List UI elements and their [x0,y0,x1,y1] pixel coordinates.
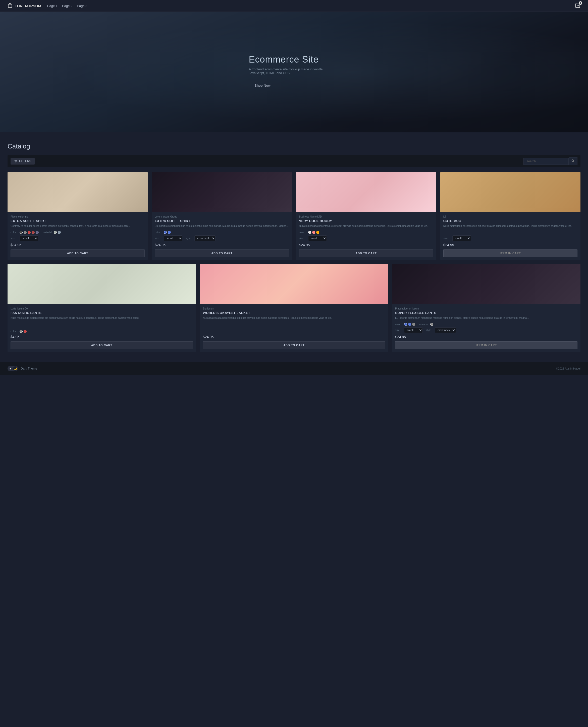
color-dots-p3 [308,231,319,234]
product-desc-p7: Eu lobortis elementum nibh tellus molest… [395,316,578,320]
size-select-p2[interactable]: smallmediumlarge [164,235,182,241]
color-row-p1: color material [10,231,145,234]
product-info-p4: LJ CUTE MUG Nulla malesuada pellentesque… [440,212,581,235]
svg-point-5 [572,160,574,162]
color-dot[interactable] [24,330,27,333]
product-brand-p4: LJ [443,215,578,218]
search-button[interactable] [569,157,578,165]
product-info-p7: Placeholder of Ipsum SUPER FLEXIBLE PANT… [392,304,581,323]
search-input[interactable] [523,158,569,165]
product-options-p6 [200,333,388,335]
nav-link-page1[interactable]: Page 1 [47,4,58,8]
color-dot[interactable] [20,231,23,234]
add-to-cart-p5[interactable]: ADD TO CART [10,341,193,349]
search-wrap [523,157,578,165]
filter-icon [14,160,18,163]
product-desc-p5: Nulla malesuada pellentesque elit eget g… [10,316,193,320]
product-info-p1: Placeholder Inc. EXTRA SOFT T-SHIRT Cont… [7,212,148,231]
color-dot[interactable] [316,231,319,234]
size-select-p3[interactable]: smallmediumlarge [308,235,327,241]
navbar-logo[interactable]: LOREM IPSUM [7,3,41,8]
theme-toggle[interactable]: ☀ 🌙 [7,366,18,371]
product-price-p5: $4.95 [7,335,196,340]
product-price-p7: $24.95 [392,335,581,340]
product-image-p3 [296,172,436,212]
product-brand-p1: Placeholder Inc. [10,215,145,218]
add-to-cart-p3[interactable]: ADD TO CART [299,249,433,257]
add-to-cart-p6[interactable]: ADD TO CART [203,341,385,349]
add-to-cart-p1[interactable]: ADD TO CART [10,249,145,257]
footer-left: ☀ 🌙 Dark Theme [7,366,37,371]
color-dot[interactable] [412,323,415,326]
color-dot[interactable] [308,231,311,234]
product-options-p5: color [7,330,196,335]
color-label-p5: color [10,330,18,333]
color-dot[interactable] [28,231,30,234]
product-img-inner-p7 [392,264,581,304]
style-select-p2[interactable]: crew neckv-neckpolo [194,235,215,241]
size-select-p4[interactable]: smallmediumlarge [453,235,471,241]
style-select-p7[interactable]: crew neckv-neck [435,327,456,333]
size-select-p7[interactable]: smallmediumlarge [404,327,423,333]
product-options-p2: color size smallmediumlarge style crew n… [152,231,292,243]
color-dot[interactable] [164,231,167,234]
nav-link-page2[interactable]: Page 2 [62,4,72,8]
material-dot[interactable] [58,231,61,234]
color-dots-p1 [20,231,39,234]
navbar: LOREM IPSUM Page 1 Page 2 Page 3 1 [0,0,588,12]
navbar-links: Page 1 Page 2 Page 3 [47,4,87,8]
theme-label: Dark Theme [21,367,37,370]
cart-badge: 1 [579,1,582,5]
material-dot[interactable] [430,323,433,326]
footer-copyright: ©2023 Austin Hagel [556,367,581,370]
product-card-p5: Lorte Ipsum Co. FANTASTIC PANTS Nulla ma… [7,264,196,352]
nav-link-page3[interactable]: Page 3 [77,4,87,8]
product-info-p6: Big Ipsum WORLD'S OKAYEST JACKET Nulla m… [200,304,388,333]
color-dot[interactable] [36,231,39,234]
footer: ☀ 🌙 Dark Theme ©2023 Austin Hagel [0,362,588,375]
color-dot[interactable] [20,330,23,333]
color-dot[interactable] [404,323,407,326]
product-price-p3: $24.95 [296,243,436,248]
product-image-p5 [7,264,196,304]
product-desc-p6: Nulla malesuada pellentesque elit eget g… [203,316,385,320]
color-dot[interactable] [408,323,411,326]
color-dot[interactable] [312,231,315,234]
size-select-p1[interactable]: smallmediumlarge [20,235,38,241]
shop-now-button[interactable]: Shop Now [249,81,276,90]
product-card-p4: LJ CUTE MUG Nulla malesuada pellentesque… [440,172,581,260]
material-dot[interactable] [54,231,57,234]
product-price-p4: $24.95 [440,243,581,248]
color-dots-p2 [164,231,171,234]
color-dots-p7 [404,323,415,326]
product-grid-row2: Lorte Ipsum Co. FANTASTIC PANTS Nulla ma… [7,264,581,352]
product-img-inner-p5 [7,264,196,304]
color-dot[interactable] [168,231,171,234]
color-dots-p5 [20,330,27,333]
size-label-p3: size [299,237,306,240]
filter-label: FILTERS [19,160,31,163]
color-dot[interactable] [31,231,35,234]
product-name-p4: CUTE MUG [443,219,578,223]
sun-icon: ☀ [8,366,13,371]
material-dots-p1 [54,231,61,234]
product-image-p1 [7,172,148,212]
style-label-p7: style [426,329,433,332]
product-card-p7: Placeholder of Ipsum SUPER FLEXIBLE PANT… [392,264,581,352]
product-brand-p7: Placeholder of Ipsum [395,307,578,310]
product-brand-p2: Lorem Ipsum Group [155,215,289,218]
item-in-cart-p7: ITEM IN CART [395,341,578,349]
product-options-p1: color material size [7,231,148,243]
product-card-p1: Placeholder Inc. EXTRA SOFT T-SHIRT Cont… [7,172,148,260]
filter-button[interactable]: FILTERS [10,158,35,165]
color-dot[interactable] [24,231,27,234]
product-info-p5: Lorte Ipsum Co. FANTASTIC PANTS Nulla ma… [7,304,196,330]
svg-rect-0 [8,4,12,7]
size-row-p1: size smallmediumlarge [10,235,145,241]
cart-icon[interactable]: 1 [575,2,581,9]
product-name-p5: FANTASTIC PANTS [10,311,193,315]
search-icon [571,159,575,163]
product-image-p2 [152,172,292,212]
add-to-cart-p2[interactable]: ADD TO CART [155,249,289,257]
product-info-p2: Lorem Ipsum Group EXTRA SOFT T-SHIRT Eu … [152,212,292,231]
